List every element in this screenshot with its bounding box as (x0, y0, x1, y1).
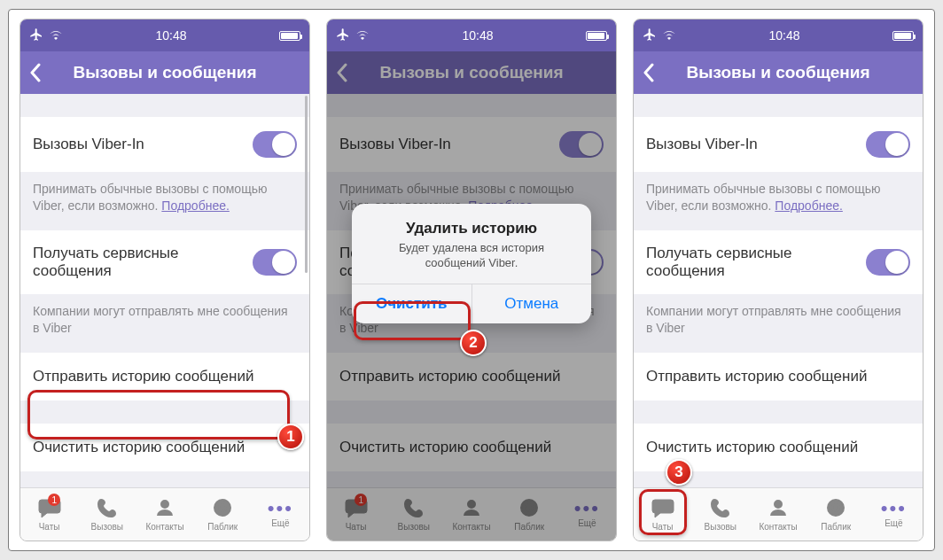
toggle-service-msgs[interactable] (866, 249, 910, 276)
battery-icon (586, 31, 607, 41)
tab-chats[interactable]: Чаты (634, 488, 691, 541)
public-icon (212, 497, 233, 520)
phone-screen-3: 10:48 Вызовы и сообщения Вызовы Viber-In… (633, 19, 924, 541)
more-icon: ••• (881, 501, 907, 517)
dialog-confirm-button[interactable]: Очистить (352, 284, 472, 323)
airplane-icon (29, 27, 43, 44)
link-more[interactable]: Подробнее. (161, 198, 230, 213)
phone-icon (97, 497, 118, 520)
tab-bar: Чаты Вызовы Контакты Паблик •••Ещё (634, 487, 923, 541)
phone-icon (710, 497, 731, 520)
row-label: Очистить историю сообщений (33, 439, 245, 456)
svg-point-2 (219, 504, 226, 511)
status-time: 10:48 (768, 28, 799, 43)
row-label: Отправить историю сообщений (33, 368, 253, 385)
dialog-message: Будет удалена вся история сообщений Vibe… (368, 241, 575, 271)
tab-contacts[interactable]: Контакты (136, 488, 193, 541)
title-bar: Вызовы и сообщения (20, 51, 309, 94)
settings-list: Вызовы Viber-In Принимать обычные вызовы… (20, 94, 309, 487)
chat-icon (651, 497, 674, 520)
tab-calls[interactable]: Вызовы (78, 488, 136, 541)
status-bar: 10:48 (327, 19, 616, 51)
airplane-icon (336, 27, 350, 44)
tab-public[interactable]: Паблик (194, 488, 252, 541)
more-icon: ••• (268, 501, 293, 517)
page-title: Вызовы и сообщения (29, 63, 300, 82)
svg-point-8 (832, 504, 839, 511)
row-send-history[interactable]: Отправить историю сообщений (20, 353, 309, 401)
public-icon (825, 497, 846, 520)
link-more[interactable]: Подробнее. (775, 198, 843, 213)
page-title: Вызовы и сообщения (643, 63, 914, 82)
row-label: Вызовы Viber-In (33, 136, 144, 153)
tab-contacts[interactable]: Контакты (749, 488, 807, 541)
row-label: Очистить историю сообщений (646, 439, 858, 456)
svg-point-0 (161, 501, 168, 508)
confirm-dialog: Удалить историю Будет удалена вся истори… (352, 204, 591, 323)
row-note-viber-in: Принимать обычные вызовы с помощью Viber… (20, 172, 309, 230)
title-bar: Вызовы и сообщения (634, 51, 923, 94)
person-icon (154, 497, 175, 520)
row-viber-in[interactable]: Вызовы Viber-In (634, 117, 923, 172)
tab-more[interactable]: •••Ещё (865, 488, 923, 541)
status-time: 10:48 (155, 28, 186, 43)
status-bar: 10:48 (20, 19, 309, 51)
tab-calls[interactable]: Вызовы (691, 488, 749, 541)
status-bar: 10:48 (634, 19, 923, 51)
row-clear-history[interactable]: Очистить историю сообщений (634, 424, 923, 471)
row-note-viber-in: Принимать обычные вызовы с помощью Viber… (634, 172, 923, 230)
tab-bar: 1 Чаты Вызовы Контакты Паблик ••• Ещё (20, 487, 309, 541)
row-label: Отправить историю сообщений (646, 368, 867, 385)
status-time: 10:48 (462, 28, 493, 43)
battery-icon (892, 31, 914, 41)
row-clear-history[interactable]: Очистить историю сообщений (20, 424, 309, 471)
toggle-viber-in[interactable] (253, 131, 297, 158)
airplane-icon (643, 27, 657, 44)
row-service-msgs[interactable]: Получать сервисные сообщения (634, 230, 923, 294)
row-label: Вызовы Viber-In (646, 136, 758, 153)
toggle-service-msgs[interactable] (253, 249, 297, 276)
row-service-msgs[interactable]: Получать сервисные сообщения (20, 230, 309, 294)
tab-more[interactable]: ••• Ещё (252, 488, 309, 541)
row-note-service-msgs: Компании могут отправлять мне сообщения … (20, 294, 309, 353)
svg-point-6 (775, 501, 782, 508)
battery-icon (279, 31, 300, 41)
settings-list: Вызовы Viber-In Принимать обычные вызовы… (634, 94, 923, 487)
toggle-viber-in[interactable] (866, 131, 910, 158)
dialog-cancel-button[interactable]: Отмена (472, 284, 592, 323)
wifi-icon (355, 28, 370, 43)
wifi-icon (662, 28, 676, 43)
scrollbar[interactable] (305, 96, 308, 273)
row-note-service-msgs: Компании могут отправлять мне сообщения … (634, 294, 923, 353)
tutorial-board: 10:48 Вызовы и сообщения Вызовы Viber-In… (8, 9, 935, 551)
row-label: Получать сервисные сообщения (646, 245, 866, 280)
row-send-history[interactable]: Отправить историю сообщений (634, 353, 923, 401)
person-icon (768, 497, 789, 520)
dialog-title: Удалить историю (368, 220, 575, 237)
tab-chats[interactable]: 1 Чаты (20, 488, 78, 541)
tab-public[interactable]: Паблик (807, 488, 865, 541)
phone-screen-2: 10:48 Вызовы и сообщения Вызовы Viber-In… (326, 19, 617, 541)
phone-screen-1: 10:48 Вызовы и сообщения Вызовы Viber-In… (19, 19, 310, 541)
row-viber-in[interactable]: Вызовы Viber-In (20, 117, 309, 172)
row-label: Получать сервисные сообщения (33, 245, 253, 280)
wifi-icon (49, 28, 63, 43)
